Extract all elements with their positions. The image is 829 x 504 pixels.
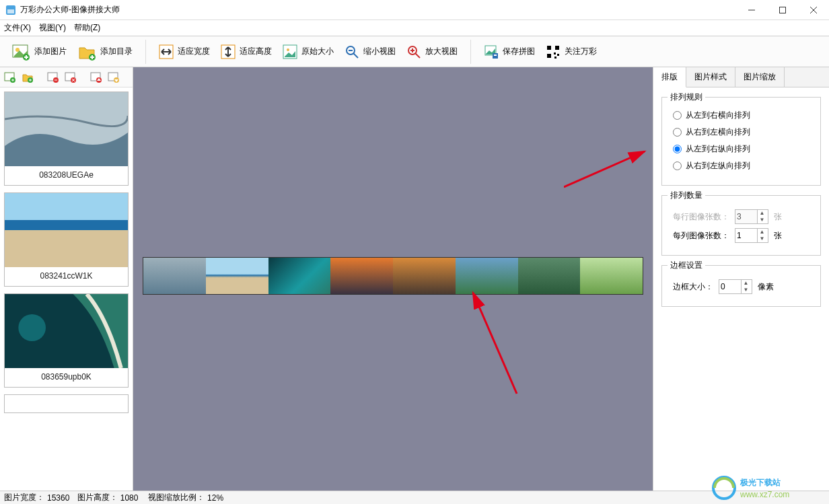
svg-rect-3 [780,7,786,13]
zoom-out-icon [345,44,359,59]
annotation-arrow-icon [470,289,524,397]
toolbar-label: 保存拼图 [503,46,535,57]
save-icon [484,44,499,59]
save-button[interactable]: 保存拼图 [479,41,540,63]
separator [470,40,471,64]
thumb-remove-button[interactable] [46,70,61,85]
annotation-arrow-icon [564,148,651,188]
svg-rect-1 [7,9,14,13]
svg-rect-35 [554,57,556,59]
window-title: 万彩办公大师-图像拼接大师 [20,4,736,15]
svg-rect-31 [555,46,559,50]
image-add-icon [11,42,30,61]
svg-point-19 [287,48,289,51]
thumbnail-caption: 083208UEGAe [5,166,128,185]
menu-view[interactable]: 视图(Y) [39,22,66,34]
svg-rect-29 [494,55,497,56]
thumbnail-toolbar [0,67,133,87]
menubar: 文件(X) 视图(Y) 帮助(Z) [0,20,829,36]
fit-width-icon [159,44,174,59]
radio-ltr-vertical[interactable]: 从左到右纵向排列 [673,143,814,155]
toolbar: 添加图片 添加目录 适应宽度 适应高度 原始大小 缩小视图 放大视图 [0,36,829,67]
per-col-input[interactable]: ▲▼ [735,228,768,243]
group-legend: 排列数量 [668,190,705,201]
radio-rtl-horizontal[interactable]: 从右到左横向排列 [673,127,814,138]
thumb-remove-all-button[interactable] [63,70,78,85]
group-border: 边框设置 边框大小： ▲▼ 像素 [661,265,821,307]
group-arrange-rules: 排列规则 从左到右横向排列 从右到左横向排列 从左到右纵向排列 从右到左纵向排列 [661,97,821,186]
thumb-move-down-button[interactable] [106,70,121,85]
svg-rect-34 [557,54,559,56]
per-col-field: 每列图像张数： ▲▼ 张 [673,228,814,243]
svg-rect-57 [5,230,128,267]
spin-up-icon[interactable]: ▲ [741,280,750,287]
toolbar-label: 添加图片 [34,46,67,57]
status-width-label: 图片宽度： [4,492,44,503]
spin-down-icon[interactable]: ▼ [741,287,750,293]
thumb-move-up-button[interactable] [89,70,104,85]
thumbnail-item[interactable]: 083208UEGAe [4,92,129,186]
toolbar-label: 放大视图 [425,46,458,57]
minimize-button[interactable] [736,0,767,20]
fit-width-button[interactable]: 适应宽度 [154,41,215,63]
status-height-value: 1080 [120,493,139,503]
canvas[interactable] [133,67,653,491]
add-folder-button[interactable]: 添加目录 [73,39,137,65]
toolbar-label: 关注万彩 [565,46,597,57]
zoom-out-button[interactable]: 缩小视图 [340,41,400,63]
zoom-in-button[interactable]: 放大视图 [402,41,462,63]
svg-line-61 [473,293,517,394]
thumbnail-item[interactable]: 083241ccW1K [4,192,129,287]
radio-rtl-vertical[interactable]: 从右到左纵向排列 [673,160,814,172]
svg-rect-32 [547,54,551,58]
thumbnail-caption: 083241ccW1K [5,267,128,286]
status-zoom-label: 视图缩放比例： [148,492,205,503]
spin-up-icon[interactable]: ▲ [757,229,766,236]
thumbnail-image [5,92,128,166]
toolbar-label: 适应高度 [240,46,272,57]
svg-line-21 [353,53,358,58]
thumbnail-item[interactable] [4,394,129,413]
svg-point-59 [18,314,46,341]
group-legend: 排列规则 [668,92,705,103]
properties-panel: 排版 图片样式 图片缩放 排列规则 从左到右横向排列 从右到左横向排列 从左到右… [653,67,829,491]
properties-tabs: 排版 图片样式 图片缩放 [653,67,829,87]
group-arrange-count: 排列数量 每行图像张数： ▲▼ 张 每列图像张数： ▲▼ 张 [661,195,821,256]
tab-layout[interactable]: 排版 [653,67,686,87]
close-button[interactable] [798,0,829,20]
spin-down-icon[interactable]: ▼ [757,236,766,242]
border-size-field: 边框大小： ▲▼ 像素 [673,279,814,294]
stitched-preview [143,257,643,295]
border-size-input[interactable]: ▲▼ [719,279,752,294]
statusbar: 图片宽度： 15360 图片高度： 1080 视图缩放比例： 12% [0,491,829,504]
add-image-button[interactable]: 添加图片 [7,39,71,65]
toolbar-label: 原始大小 [301,46,334,57]
svg-line-24 [415,53,420,58]
maximize-button[interactable] [767,0,798,20]
status-zoom-value: 12% [207,493,223,503]
folder-add-icon [77,42,96,61]
toolbar-label: 适应宽度 [178,46,210,57]
thumbnail-caption: 083659upb0K [5,368,128,387]
svg-line-60 [564,151,645,187]
radio-ltr-horizontal[interactable]: 从左到右横向排列 [673,110,814,121]
menu-help[interactable]: 帮助(Z) [74,22,100,34]
about-button[interactable]: 关注万彩 [541,41,602,63]
fit-height-button[interactable]: 适应高度 [216,41,277,63]
thumbnail-image [5,193,128,267]
svg-rect-30 [547,46,551,50]
tab-style[interactable]: 图片样式 [686,67,735,87]
tab-zoom[interactable]: 图片缩放 [735,67,785,87]
per-row-field: 每行图像张数： ▲▼ 张 [673,209,814,224]
per-row-input: ▲▼ [735,209,768,224]
original-size-button[interactable]: 原始大小 [278,41,338,63]
thumbnail-list[interactable]: 083208UEGAe 083241ccW1K 083659upb0K [0,87,133,491]
thumbnail-item[interactable]: 083659upb0K [4,293,129,388]
thumb-add-image-button[interactable] [3,70,17,85]
toolbar-label: 缩小视图 [363,46,396,57]
thumbnail-panel: 083208UEGAe 083241ccW1K 083659upb0K [0,67,133,491]
thumb-add-folder-button[interactable] [20,70,35,85]
menu-file[interactable]: 文件(X) [4,22,31,34]
status-height-label: 图片高度： [77,492,118,503]
original-size-icon [283,44,297,59]
